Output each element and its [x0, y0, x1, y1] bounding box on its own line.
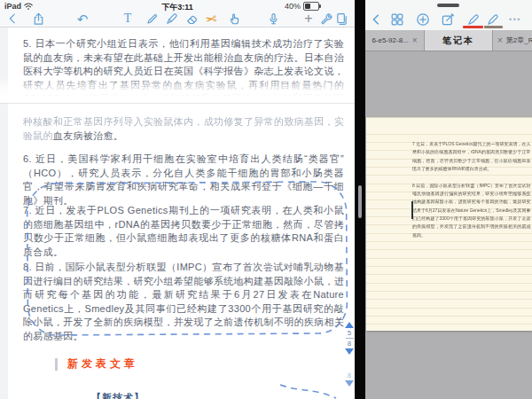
secondary-page-number: 8: [348, 372, 351, 380]
page-up-arrow-icon[interactable]: [345, 322, 354, 328]
pages-icon[interactable]: [333, 11, 349, 27]
back-icon[interactable]: [368, 12, 384, 27]
more-options-icon[interactable]: •••: [507, 12, 523, 27]
doc-paragraph-8: 8. 日前，国际小鼠表型分析联盟（IMPC）宣布了首次尝试对哺乳动物基因进行编目…: [23, 261, 344, 343]
close-tab-icon[interactable]: ×: [412, 36, 418, 45]
pen-tool-icon[interactable]: [163, 11, 179, 27]
ipad-split-screen: iPad 下午3:11 40% ↶ T: [0, 0, 532, 399]
total-page-number: 8: [348, 339, 351, 348]
status-device: iPad: [4, 2, 34, 11]
scissors-tool-icon[interactable]: ✂: [202, 10, 220, 27]
tab-notebook-active[interactable]: 笔记本: [425, 30, 493, 51]
share-icon[interactable]: [30, 11, 46, 27]
document-reader-app: iPad 下午3:11 40% ↶ T: [0, 0, 355, 399]
compose-note-icon[interactable]: [440, 12, 456, 27]
pencil-tool-icon[interactable]: [144, 11, 160, 27]
tab-document-2[interactable]: × 第2章_R: [493, 30, 532, 51]
section-header: 新发表文章: [55, 356, 138, 372]
secondary-page-navigator: 8: [342, 372, 355, 387]
page-navigator: 5 8: [342, 322, 355, 355]
text-run: 血友病被治愈。: [53, 130, 123, 141]
pen-color-red-indicator[interactable]: [463, 26, 483, 28]
page-break: [0, 96, 355, 104]
page-down-arrow-icon[interactable]: [345, 348, 354, 355]
doc-paragraph-6: 6. 近日，美国科学家利用干细胞在实验室中培育出人类结肠“类器官”（HCO），研…: [23, 153, 344, 207]
battery-percent: 40%: [285, 2, 301, 11]
section-header-bar: [55, 358, 58, 371]
wrench-settings-icon[interactable]: [318, 11, 334, 27]
note-paragraph-8: 8 日前，国际小鼠表型分析联盟（IMPC）宣布了首次尝试对哺乳动物基因进行编目的…: [412, 182, 531, 239]
split-view-divider: [355, 0, 365, 399]
eraser-tool-icon[interactable]: [184, 11, 200, 27]
notebook-toolbar: •••: [365, 0, 532, 30]
doc-paragraph-7: 7. 近日，发表于PLOS Genetics期刊上的一项研究表明，在人类和小鼠的…: [23, 204, 344, 259]
text-cursor: [411, 201, 413, 219]
notebook-tab-bar: 6-e5-92-8... × 笔记本 × 第2章_R: [365, 30, 532, 51]
page-bottom-fade: [0, 76, 355, 98]
tab-label: 第2章_R: [506, 35, 532, 45]
split-view-resize-handle[interactable]: [358, 185, 362, 218]
device-label: iPad: [4, 2, 21, 11]
undo-icon[interactable]: ↶: [74, 11, 90, 27]
hand-tool-icon[interactable]: [226, 11, 242, 27]
window-drag-handle[interactable]: [437, 4, 459, 7]
wifi-icon: [23, 2, 34, 11]
tab-label: 笔记本: [442, 35, 474, 47]
lasso-annotation-stroke: [280, 385, 336, 398]
section-tag: 【新技术】: [91, 391, 145, 399]
note-page[interactable]: 7 近日，发表于PLOS Genetics期刊上的一项研究表明，在人类和小鼠的癌…: [366, 117, 532, 331]
microphone-icon[interactable]: [265, 11, 281, 27]
section-title: 新发表文章: [67, 356, 138, 372]
tab-document-1[interactable]: 6-e5-92-8... ×: [365, 30, 425, 51]
pen-color-tan-indicator[interactable]: [484, 26, 503, 28]
note-text-block: 7 近日，发表于PLOS Genetics期刊上的一项研究表明，在人类和小鼠的癌…: [412, 140, 531, 247]
current-page-number: 5: [348, 328, 351, 338]
status-battery: 40%: [285, 2, 319, 11]
battery-icon: [303, 2, 319, 11]
tab-label: 6-e5-92-8...: [372, 36, 408, 44]
text-tool-icon[interactable]: T: [120, 11, 136, 27]
add-page-icon[interactable]: [415, 12, 431, 27]
thumbnails-grid-icon[interactable]: [389, 12, 405, 27]
doc-paragraph-5-continuation: 种核酸和正常基因序列导入实验鼠体内，成功修复了异常的致病基因，实验鼠的血友病被治…: [23, 115, 344, 143]
add-icon[interactable]: +: [301, 11, 317, 27]
notebook-app: ••• 6-e5-92-8... × 笔记本 × 第2章_R 7 近日，发表于P…: [365, 0, 532, 399]
secondary-page-down-arrow-icon[interactable]: [345, 380, 354, 387]
close-tab-icon[interactable]: ×: [497, 36, 503, 45]
note-paragraph-7: 7 近日，发表于PLOS Genetics期刊上的一项研究表明，在人类和小鼠的癌…: [412, 140, 531, 173]
back-icon[interactable]: [4, 11, 20, 27]
left-top-chrome: iPad 下午3:11 40% ↶ T: [0, 0, 355, 27]
